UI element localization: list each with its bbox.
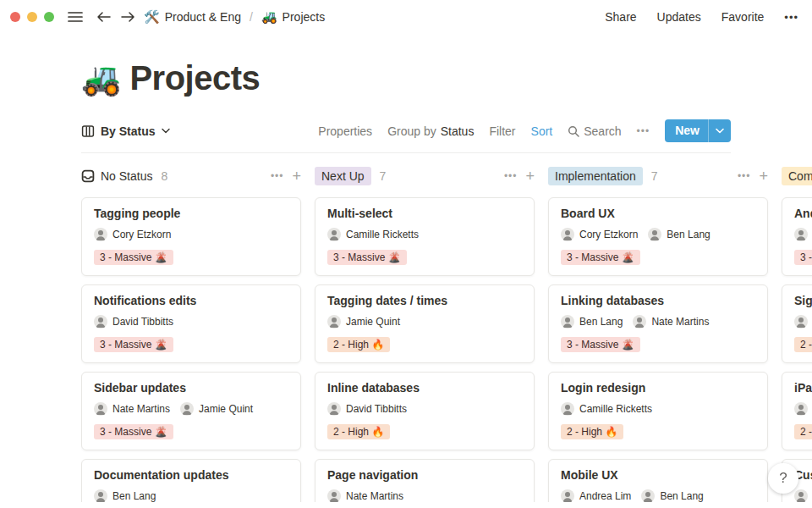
updates-button[interactable]: Updates [657, 10, 701, 24]
card-clipped-1[interactable]: And N 3 - [782, 197, 812, 276]
sort-button[interactable]: Sort [531, 124, 553, 138]
assignee: Camille Ricketts [561, 402, 652, 416]
card-title: Page navigation [327, 468, 522, 482]
priority-badge: 3 - [794, 250, 812, 265]
card-linking-databases[interactable]: Linking databases Ben Lang Nate Martins … [548, 284, 768, 363]
back-arrow-icon[interactable] [96, 11, 112, 23]
card-tagging-dates-times[interactable]: Tagging dates / times Jamie Quint 2 - Hi… [315, 284, 535, 363]
breadcrumb-page[interactable]: Projects [283, 10, 326, 24]
avatar [561, 228, 574, 241]
view-switcher[interactable]: By Status [81, 124, 170, 138]
new-button-dropdown[interactable] [708, 119, 731, 142]
properties-button[interactable]: Properties [318, 124, 372, 138]
avatar [561, 315, 574, 329]
avatar [327, 228, 341, 241]
column-more-icon[interactable]: ••• [504, 170, 518, 182]
priority-badge: 3 - Massive 🌋 [94, 424, 173, 439]
more-options-icon[interactable]: ••• [784, 11, 798, 24]
card-title: Notifications edits [94, 294, 288, 307]
assignee-name: Jamie Quint [199, 403, 253, 415]
avatar [94, 402, 107, 416]
page-icon[interactable]: 🚜 [81, 63, 121, 95]
column-title[interactable]: No Status [101, 169, 152, 183]
assignee: David Tibbitts [327, 402, 407, 416]
breadcrumb-workspace[interactable]: Product & Eng [165, 10, 241, 24]
card-title: Documentation updates [94, 468, 288, 482]
assignee: Jamie Quint [327, 315, 400, 329]
board-column-implementation: Implementation 7 ••• + Board UX Cory Etz… [548, 167, 768, 502]
avatar [94, 489, 107, 502]
card-title: Mobile UX [561, 468, 755, 482]
board-view-icon [81, 124, 95, 138]
card-notifications-edits[interactable]: Notifications edits David Tibbitts 3 - M… [81, 284, 301, 363]
toolbar-more-icon[interactable]: ••• [637, 125, 650, 137]
breadcrumb-separator: / [250, 10, 253, 24]
new-button-label[interactable]: New [665, 119, 708, 142]
chevron-down-icon [162, 128, 170, 134]
search-label: Search [584, 124, 621, 138]
card-title: Board UX [561, 207, 755, 220]
column-add-icon[interactable]: + [525, 168, 535, 184]
zoom-window-button[interactable] [44, 12, 54, 22]
card-clipped-2[interactable]: Sign J 2 - [782, 284, 812, 363]
forward-arrow-icon[interactable] [120, 11, 135, 23]
card-page-navigation[interactable]: Page navigation Nate Martins 1- Normal 🌴 [315, 459, 535, 502]
column-title[interactable]: Next Up [315, 167, 371, 185]
new-button[interactable]: New [665, 119, 731, 142]
card-board-ux[interactable]: Board UX Cory Etzkorn Ben Lang 3 - Massi… [548, 197, 768, 276]
priority-badge: 2 - High 🔥 [561, 424, 623, 439]
assignee-name: David Tibbitts [346, 403, 407, 415]
column-more-icon[interactable]: ••• [738, 170, 751, 182]
column-count: 8 [161, 169, 167, 183]
assignee-name: Cory Etzkorn [579, 229, 638, 240]
help-button[interactable]: ? [768, 463, 798, 494]
priority-badge: 3 - Massive 🌋 [561, 337, 640, 352]
column-title[interactable]: Implementation [548, 167, 643, 185]
assignee-name: Ben Lang [579, 316, 623, 328]
card-title: Tagging people [94, 207, 288, 220]
column-header: Implementation 7 ••• + [548, 167, 768, 185]
card-title: Sidebar updates [94, 381, 288, 395]
kanban-board: No Status 8 ••• + Tagging people Cory Et… [81, 167, 812, 502]
minimize-window-button[interactable] [27, 12, 37, 22]
card-documentation-updates[interactable]: Documentation updates Ben Lang 2 - High … [81, 459, 301, 502]
card-title: iPad [794, 381, 812, 395]
assignee-name: Camille Ricketts [346, 229, 419, 240]
priority-badge: 2 - High 🔥 [327, 337, 390, 352]
traffic-lights [10, 12, 54, 22]
sidebar-toggle-icon[interactable] [68, 11, 83, 23]
assignee: Ben Lang [94, 489, 156, 502]
column-add-icon[interactable]: + [292, 168, 301, 184]
card-sidebar-updates[interactable]: Sidebar updates Nate Martins Jamie Quint… [81, 372, 301, 450]
assignee-name: Ben Lang [667, 229, 710, 240]
assignee: Nate Martins [327, 489, 403, 502]
avatar [633, 315, 646, 329]
close-window-button[interactable] [10, 12, 20, 22]
assignee-name: Andrea Lim [579, 490, 631, 502]
card-tagging-people[interactable]: Tagging people Cory Etzkorn 3 - Massive … [81, 197, 301, 276]
assignee: Ben Lang [641, 489, 703, 502]
filter-button[interactable]: Filter [489, 124, 515, 138]
card-title: Tagging dates / times [327, 294, 522, 307]
avatar [94, 315, 107, 329]
card-login-redesign[interactable]: Login redesign Camille Ricketts 2 - High… [548, 372, 768, 450]
column-title[interactable]: Com [782, 167, 812, 185]
search-button[interactable]: Search [568, 124, 621, 138]
board-column-completed: Com And N 3 - Sign J [782, 167, 812, 502]
column-add-icon[interactable]: + [759, 168, 768, 184]
card-multi-select[interactable]: Multi-select Camille Ricketts 3 - Massiv… [315, 197, 535, 276]
assignee: David Tibbitts [94, 315, 173, 329]
priority-badge: 3 - Massive 🌋 [94, 337, 173, 352]
card-inline-databases[interactable]: Inline databases David Tibbitts 2 - High… [315, 372, 535, 450]
page-header: 🚜 Projects [81, 59, 812, 97]
avatar [327, 402, 341, 416]
card-mobile-ux[interactable]: Mobile UX Andrea Lim Ben Lang 1- Normal … [548, 459, 768, 502]
favorite-button[interactable]: Favorite [721, 10, 765, 24]
column-count: 7 [651, 169, 658, 183]
assignee: Nate Martins [633, 315, 709, 329]
column-more-icon[interactable]: ••• [271, 170, 284, 182]
group-by-button[interactable]: Group by Status [387, 124, 474, 138]
card-clipped-3[interactable]: iPad C 2 - [782, 372, 812, 450]
avatar [327, 315, 341, 329]
share-button[interactable]: Share [605, 10, 636, 24]
